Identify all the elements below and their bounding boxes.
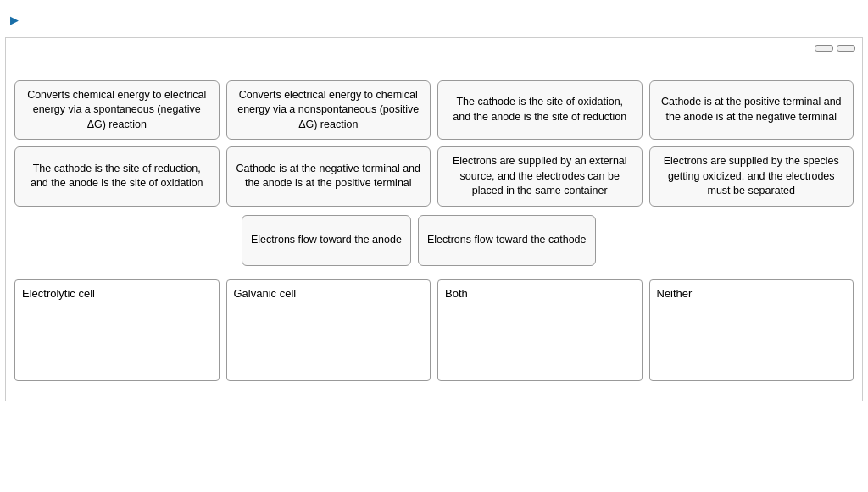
bin-galvanic[interactable]: Galvanic cell: [226, 279, 431, 381]
instruction-area: [0, 0, 868, 34]
drag-item-item8[interactable]: Electrons are supplied by the species ge…: [649, 146, 854, 207]
drag-item-item6[interactable]: Cathode is at the negative terminal and …: [226, 146, 431, 207]
bin-electrolytic[interactable]: Electrolytic cell: [14, 279, 220, 381]
drag-item-item9[interactable]: Electrons flow toward the anode: [242, 215, 411, 266]
drag-item-item2[interactable]: Converts electrical energy to chemical e…: [226, 80, 431, 141]
top-buttons: [815, 45, 855, 52]
bin-neither[interactable]: Neither: [649, 279, 854, 381]
bin-label-electrolytic: Electrolytic cell: [22, 287, 212, 300]
bin-both[interactable]: Both: [437, 279, 643, 381]
drag-item-item4[interactable]: Cathode is at the positive terminal and …: [649, 80, 854, 141]
draggable-area: Converts chemical energy to electrical e…: [14, 80, 854, 207]
bin-label-both: Both: [445, 287, 635, 300]
bins-row: Electrolytic cellGalvanic cellBothNeithe…: [14, 279, 854, 381]
drag-item-item10[interactable]: Electrons flow toward the cathode: [418, 215, 596, 266]
bottom-row: Electrons flow toward the anodeElectrons…: [14, 215, 854, 266]
bin-label-neither: Neither: [657, 287, 847, 300]
hint-link[interactable]: [10, 12, 858, 29]
main-container: Converts chemical energy to electrical e…: [5, 37, 863, 401]
drag-item-item5[interactable]: The cathode is the site of reduction, an…: [14, 146, 220, 207]
drag-item-item3[interactable]: The cathode is the site of oxidation, an…: [437, 80, 643, 141]
drag-item-item7[interactable]: Electrons are supplied by an external so…: [437, 146, 643, 207]
bin-label-galvanic: Galvanic cell: [234, 287, 424, 300]
drag-item-item1[interactable]: Converts chemical energy to electrical e…: [14, 80, 220, 141]
help-button[interactable]: [837, 45, 855, 52]
reset-button[interactable]: [815, 45, 833, 52]
